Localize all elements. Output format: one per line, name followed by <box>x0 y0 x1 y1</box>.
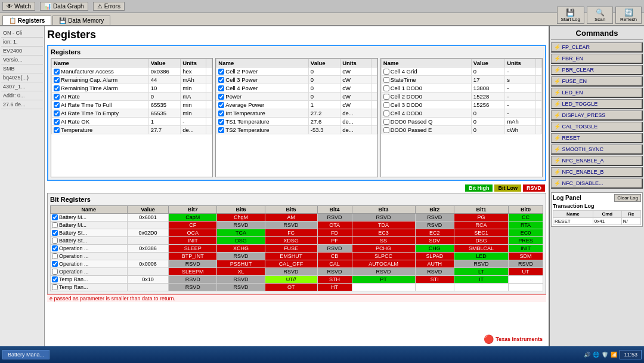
reg-checkbox[interactable] <box>218 110 224 116</box>
reg-checkbox[interactable] <box>54 77 60 83</box>
reg-checkbox[interactable] <box>383 94 389 100</box>
reg-checkbox[interactable] <box>383 77 389 83</box>
brt-bit7-col: Bit7 <box>169 206 217 214</box>
reg-checkbox[interactable] <box>383 85 389 91</box>
reg-checkbox[interactable] <box>383 110 389 116</box>
reg-checkbox[interactable] <box>54 110 60 116</box>
reg-checkbox[interactable] <box>54 127 60 133</box>
reg-checkbox[interactable] <box>218 85 224 91</box>
bit-cell <box>352 284 415 291</box>
brt-bit2-col: Bit2 <box>415 206 454 214</box>
t1-col-units: Units <box>181 59 206 67</box>
bit-cell: DSG <box>217 237 265 245</box>
bit-checkbox[interactable] <box>52 222 58 228</box>
clear-log-btn[interactable]: Clear Log <box>614 194 641 202</box>
reg-units-cell: de... <box>181 126 206 134</box>
command-button[interactable]: ⚡ NFC_ENABLE_A <box>551 156 643 166</box>
command-button[interactable]: ⚡ CAL_TOGGLE <box>551 122 643 132</box>
bit-checkbox[interactable] <box>52 214 58 220</box>
bit-checkbox[interactable] <box>52 261 58 267</box>
reg-units-cell: hex <box>181 67 206 76</box>
reg-table-2-inner: Name Value Units Cell 2 Power 0 cW <box>216 59 377 134</box>
command-button[interactable]: ⚡ RESET <box>551 133 643 143</box>
command-button[interactable]: ⚡ LED_EN <box>551 88 643 98</box>
command-button[interactable]: ⚡ PBR_CLEAR <box>551 65 643 75</box>
bit-checkbox[interactable] <box>52 230 58 236</box>
reg-name-cell: Cell 4 Power <box>216 84 309 93</box>
reg-checkbox[interactable] <box>54 85 60 91</box>
reg-value-cell: 27.6 <box>308 118 340 126</box>
reg-checkbox[interactable] <box>383 69 389 75</box>
bit-cell: XDSG <box>265 237 317 245</box>
reg-checkbox[interactable] <box>218 94 224 100</box>
reg-value-cell: 0 <box>471 109 504 118</box>
refresh-btn[interactable]: 🔄 Refresh <box>615 7 642 24</box>
taskbar-app-btn[interactable]: Battery Mana... <box>2 350 49 359</box>
table-row: Temperature 27.7 de... <box>52 126 212 134</box>
command-button[interactable]: ⚡ NFC_DISABLE... <box>551 179 643 189</box>
bit-cell: RSVD <box>217 222 265 229</box>
table-row: Cell 2 DOD0 15228 - <box>381 93 541 101</box>
reg-checkbox[interactable] <box>218 77 224 83</box>
data-graph-btn[interactable]: 📊 Data Graph <box>40 2 88 11</box>
bit-checkbox[interactable] <box>52 238 58 244</box>
reg-checkbox[interactable] <box>383 102 389 108</box>
reg-units-cell: - <box>505 84 536 93</box>
bit-checkbox[interactable] <box>52 269 58 275</box>
taskbar-right: 🔊 🌐 🛡️ 📶 11:53 <box>584 350 642 359</box>
command-button[interactable]: ⚡ FBR_EN <box>551 54 643 64</box>
reg-value-cell: 1 <box>148 118 181 126</box>
taskbar-icon-shield: 🛡️ <box>602 352 608 358</box>
reg-checkbox[interactable] <box>383 119 389 125</box>
t1-col-value: Value <box>148 59 181 67</box>
bit-cell <box>508 276 543 284</box>
tab-registers[interactable]: 📋 Registers <box>2 16 51 25</box>
command-button[interactable]: ⚡ DISPLAY_PRESS <box>551 110 643 121</box>
bit-checkbox[interactable] <box>52 284 58 290</box>
reg-units-cell: - <box>505 101 536 109</box>
table-row: Cell 4 Grid 0 - <box>381 67 541 76</box>
cmd-icon: ⚡ <box>554 67 561 73</box>
right-sidebar: Commands ⚡ FP_CLEAR⚡ FBR_EN⚡ PBR_CLEAR⚡ … <box>549 26 644 363</box>
command-button[interactable]: ⚡ NFC_ENABLE_B <box>551 167 643 177</box>
bit-checkbox[interactable] <box>52 276 58 282</box>
bit-cell: STI <box>415 276 454 284</box>
reg-checkbox[interactable] <box>54 119 60 125</box>
scan-btn[interactable]: 🔍 Scan <box>587 7 613 24</box>
command-button[interactable]: ⚡ SMOOTH_SYNC <box>551 144 643 155</box>
start-log-btn[interactable]: 💾 Start Log <box>557 7 584 24</box>
reg-checkbox[interactable] <box>218 119 224 125</box>
command-button[interactable]: ⚡ LED_TOGGLE <box>551 99 643 109</box>
bit-registers-title: Bit Registers <box>50 196 543 203</box>
bit-cell: HT <box>317 284 352 291</box>
table-row: Cell 3 DOD0 15256 - <box>381 101 541 109</box>
reg-value-cell: 0 <box>308 67 340 76</box>
watch-btn[interactable]: 👁 Watch <box>2 2 35 11</box>
trans-cmd: 0x41 <box>593 218 621 225</box>
table-row: At Rate 0 mA <box>52 93 212 101</box>
reg-checkbox[interactable] <box>218 127 224 133</box>
log-panel-header: Log Panel Clear Log <box>553 194 641 202</box>
reg-checkbox[interactable] <box>218 69 224 75</box>
table-row: Power 0 cW <box>216 93 377 101</box>
bit-checkbox[interactable] <box>52 245 58 251</box>
reg-checkbox[interactable] <box>54 69 60 75</box>
bit-cell: INIT <box>508 245 543 253</box>
reg-checkbox[interactable] <box>54 102 60 108</box>
bit-cell: SMBLCAL <box>454 245 509 253</box>
tab-data-memory[interactable]: 💾 Data Memory <box>52 16 110 25</box>
cmd-icon: ⚡ <box>554 90 561 96</box>
reg-checkbox[interactable] <box>54 94 60 100</box>
errors-icon: ⚠ <box>97 3 103 10</box>
reg-checkbox[interactable] <box>383 127 389 133</box>
bit-cell: AM <box>265 214 317 222</box>
bit-checkbox[interactable] <box>52 253 58 259</box>
bit-cell: BTP_INT <box>169 253 217 260</box>
command-button[interactable]: ⚡ FP_CLEAR <box>551 42 643 53</box>
table-row: Cell 4 DOD0 0 - <box>381 109 541 118</box>
reg-checkbox[interactable] <box>218 102 224 108</box>
command-button[interactable]: ⚡ FUSE_EN <box>551 76 643 87</box>
errors-btn[interactable]: ⚠ Errors <box>93 2 125 11</box>
bit-cell: CF <box>169 222 217 229</box>
bit-cell: RSVD <box>317 268 352 276</box>
